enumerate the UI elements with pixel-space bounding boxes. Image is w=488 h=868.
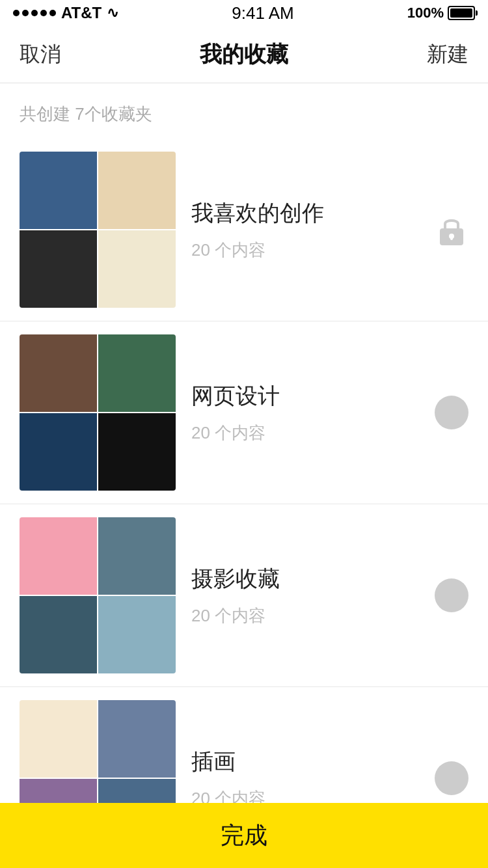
collection-info-3: 插画 20 个内容 (191, 747, 419, 810)
collection-name-1: 网页设计 (191, 381, 419, 411)
select-circle-1[interactable] (435, 396, 468, 429)
cancel-button[interactable]: 取消 (20, 40, 61, 69)
thumb-cell-0-2 (20, 230, 97, 308)
thumb-color-1-1 (98, 334, 176, 412)
select-circle-2[interactable] (435, 578, 468, 612)
battery-label: 100% (407, 5, 444, 21)
signal-dot-1 (13, 10, 20, 16)
collection-name-2: 摄影收藏 (191, 564, 419, 594)
wifi-icon: ∿ (107, 5, 118, 21)
thumb-cell-0-0 (20, 152, 97, 229)
thumb-color-1-2 (20, 413, 97, 491)
thumb-color-2-2 (20, 596, 97, 673)
thumb-color-3-0 (20, 700, 97, 778)
carrier-label: AT&T (61, 4, 102, 22)
collection-count-1: 20 个内容 (191, 422, 419, 444)
thumb-cell-1-1 (98, 334, 176, 412)
collection-item-1[interactable]: 网页设计 20 个内容 (0, 321, 488, 504)
collection-info-1: 网页设计 20 个内容 (191, 381, 419, 444)
thumb-cell-2-2 (20, 596, 97, 673)
battery-icon (448, 6, 475, 20)
signal-dot-2 (22, 10, 29, 16)
thumb-color-1-0 (20, 334, 97, 412)
thumb-cell-2-1 (98, 517, 176, 595)
thumb-color-3-1 (98, 700, 176, 778)
collection-info-2: 摄影收藏 20 个内容 (191, 564, 419, 627)
thumb-color-2-1 (98, 517, 176, 595)
signal-dot-5 (49, 10, 56, 16)
collection-name-3: 插画 (191, 747, 419, 777)
collection-count-0: 20 个内容 (191, 239, 419, 262)
thumb-color-2-0 (20, 517, 97, 595)
collection-list: 我喜欢的创作 20 个内容 网页设计 (0, 139, 488, 868)
thumb-cell-3-0 (20, 700, 97, 778)
subtitle-text: 共创建 7个收藏夹 (0, 83, 488, 139)
collection-count-2: 20 个内容 (191, 604, 419, 627)
status-left: AT&T ∿ (13, 4, 118, 22)
thumb-cell-0-3 (98, 230, 176, 308)
signal-dot-3 (31, 10, 38, 16)
thumb-color-1-3 (98, 413, 176, 491)
thumb-cell-2-0 (20, 517, 97, 595)
thumb-cell-1-2 (20, 413, 97, 491)
thumb-grid-0 (20, 152, 176, 308)
lock-icon (435, 213, 468, 247)
collection-item-0[interactable]: 我喜欢的创作 20 个内容 (0, 139, 488, 321)
signal-dots (13, 10, 56, 16)
thumb-color-0-0 (20, 152, 97, 229)
thumb-color-0-3 (98, 230, 176, 308)
done-button[interactable]: 完成 (0, 803, 488, 868)
battery-fill (450, 8, 472, 18)
thumb-grid-1 (20, 334, 176, 491)
thumb-cell-0-1 (98, 152, 176, 229)
thumb-color-2-3 (98, 596, 176, 673)
status-bar: AT&T ∿ 9:41 AM 100% (0, 0, 488, 26)
thumb-cell-2-3 (98, 596, 176, 673)
thumb-cell-3-1 (98, 700, 176, 778)
done-label: 完成 (221, 820, 267, 852)
signal-dot-4 (40, 10, 47, 16)
new-button[interactable]: 新建 (427, 40, 468, 69)
nav-bar: 取消 我的收藏 新建 (0, 26, 488, 83)
status-right: 100% (407, 5, 475, 21)
svg-rect-2 (450, 236, 453, 240)
thumb-color-0-1 (98, 152, 176, 229)
thumb-cell-1-3 (98, 413, 176, 491)
thumb-cell-1-0 (20, 334, 97, 412)
collection-name-0: 我喜欢的创作 (191, 198, 419, 228)
select-circle-3[interactable] (435, 761, 468, 795)
thumb-grid-2 (20, 517, 176, 673)
thumb-color-0-2 (20, 230, 97, 308)
page-title: 我的收藏 (200, 40, 288, 70)
collection-info-0: 我喜欢的创作 20 个内容 (191, 198, 419, 262)
time-display: 9:41 AM (232, 3, 293, 23)
collection-item-2[interactable]: 摄影收藏 20 个内容 (0, 504, 488, 687)
